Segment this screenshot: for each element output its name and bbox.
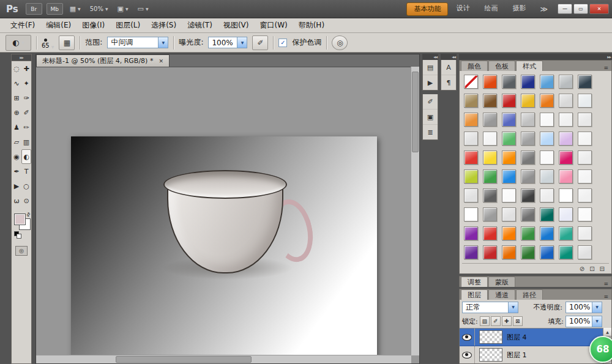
style-swatch[interactable] [540,113,554,127]
workspace-painting[interactable]: 绘画 [477,2,504,15]
canvas[interactable] [71,136,377,355]
style-swatch[interactable] [521,207,535,221]
style-swatch[interactable] [483,245,497,259]
menu-file[interactable]: 文件(F) [5,18,40,32]
healing-brush-tool[interactable]: ⊕ [12,105,21,120]
dock-collapse-header[interactable]: ◀◀ [422,54,438,60]
style-swatch[interactable] [502,207,516,221]
workspace-design[interactable]: 设计 [449,2,476,15]
menu-layer[interactable]: 图层(L) [110,18,146,32]
zoom-tool[interactable]: ⊙ [21,193,31,208]
pressure-toggle-button[interactable]: ◎ [332,35,348,50]
quick-selection-tool[interactable]: ✦ [21,76,31,91]
tab-adjustments[interactable]: 调整 [461,277,488,287]
menu-filter[interactable]: 滤镜(T) [182,18,218,32]
lasso-tool[interactable]: ∿ [12,76,21,91]
style-swatch[interactable] [483,150,497,165]
panel-menu-icon[interactable]: ≡ [600,281,611,287]
style-swatch[interactable] [540,75,554,89]
scrollbar-thumb[interactable] [412,72,419,152]
style-swatch[interactable] [540,207,554,221]
tab-layers[interactable]: 图层 [461,289,488,300]
new-style-icon[interactable]: ⊡ [589,266,594,272]
style-swatch[interactable] [502,75,516,89]
menu-edit[interactable]: 编辑(E) [40,18,76,32]
menu-image[interactable]: 图像(I) [76,18,110,32]
style-swatch[interactable] [578,169,592,184]
foreground-color-chip[interactable] [14,214,26,225]
minibridge-button[interactable]: Mb [47,3,63,15]
style-swatch[interactable] [464,245,478,259]
fill-select[interactable]: 100% ▼ [565,316,602,327]
screen-mode-dropdown[interactable]: ▭ ▼ [135,4,151,14]
eyedropper-tool[interactable]: ✑ [21,91,31,105]
lock-position-icon[interactable]: ✚ [502,316,512,326]
view-extras-dropdown[interactable]: ▦ ▼ [67,4,83,14]
exposure-select[interactable]: 100% ▼ [208,37,247,48]
style-swatch[interactable] [559,150,573,165]
path-selection-tool[interactable]: ▶ [12,179,21,193]
style-swatch[interactable] [483,226,497,240]
style-swatch[interactable] [578,132,592,146]
style-swatch[interactable] [578,150,592,165]
blend-mode-select[interactable]: 正常 ▼ [462,302,518,313]
style-swatch[interactable] [483,94,497,108]
default-colors-icon[interactable] [14,231,21,239]
lock-pixels-icon[interactable]: ✐ [491,316,501,326]
style-swatch[interactable] [521,94,535,108]
actions-panel-icon[interactable]: ▶ [423,75,438,90]
style-swatch[interactable] [483,113,497,127]
style-swatch[interactable] [502,132,516,146]
style-swatch[interactable] [540,94,554,108]
swap-colors-icon[interactable]: ⇄ [25,211,32,218]
toggle-brush-panel-button[interactable]: ▦ [59,35,75,50]
workspace-overflow-button[interactable]: ≫ [537,5,551,13]
tools-panel-header[interactable]: ▶▶ [12,54,31,61]
gradient-tool[interactable]: ▥ [21,135,31,149]
style-swatch[interactable] [578,113,592,127]
tab-masks[interactable]: 蒙版 [488,277,515,287]
protect-tones-checkbox[interactable]: ✓ [278,39,287,47]
close-button[interactable]: ✕ [589,4,609,14]
style-swatch[interactable] [578,207,592,221]
menu-select[interactable]: 选择(S) [146,18,182,32]
clear-style-icon[interactable]: ⊘ [580,266,584,272]
style-swatch[interactable] [502,113,516,127]
brush-tool[interactable]: ✐ [21,105,31,120]
style-swatch[interactable] [540,150,554,165]
style-swatch[interactable] [464,226,478,240]
style-swatch[interactable] [483,169,497,184]
style-swatch[interactable] [464,113,478,127]
horizontal-scrollbar[interactable] [36,355,411,363]
lock-all-icon[interactable]: ⊠ [513,316,523,326]
menu-help[interactable]: 帮助(H) [293,18,330,32]
zoom-level-dropdown[interactable]: 50% ▼ [88,4,111,13]
style-swatch[interactable] [521,169,535,184]
style-swatch[interactable] [502,245,516,259]
style-swatch[interactable] [464,188,478,202]
style-swatch[interactable] [559,75,573,89]
clone-stamp-tool[interactable]: ♟ [12,120,21,135]
style-swatch[interactable] [521,150,535,165]
style-swatch[interactable] [464,150,478,165]
bridge-button[interactable]: Br [26,3,42,15]
blur-tool[interactable]: ◉ [12,149,21,164]
style-swatch[interactable] [521,245,535,259]
ellipse-tool[interactable]: ○ [21,179,31,193]
arrange-documents-dropdown[interactable]: ▣ ▼ [115,4,131,14]
style-swatch[interactable] [502,226,516,240]
style-swatch[interactable] [464,132,478,146]
style-swatch[interactable] [578,226,592,240]
style-swatch[interactable] [502,150,516,165]
layer-thumbnail[interactable] [479,348,502,362]
style-swatch[interactable] [464,169,478,184]
tab-channels[interactable]: 通道 [488,289,515,300]
style-swatch[interactable] [464,94,478,108]
style-swatch[interactable] [559,94,573,108]
dock-collapse-header[interactable]: ◀◀ [441,54,457,60]
vertical-scrollbar[interactable] [411,67,419,355]
workspace-photography[interactable]: 摄影 [506,2,532,15]
crop-tool[interactable]: ⊞ [12,91,21,105]
opacity-select[interactable]: 100% ▼ [565,302,602,313]
workspace-basic-features[interactable]: 基本功能 [406,2,448,16]
